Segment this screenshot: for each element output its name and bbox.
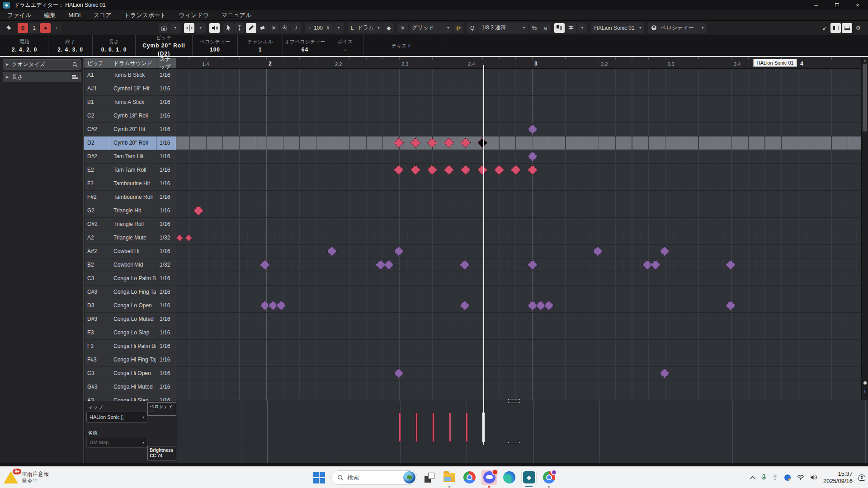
note-lane-B2[interactable] [176,258,868,272]
quantize-section-header[interactable]: ▶ クオンタイズ [3,59,81,70]
pitch-cell[interactable]: B2 [84,258,110,272]
velocity-lane-label[interactable]: ベロシティー [147,402,176,416]
pitch-cell[interactable]: A2 [84,231,110,245]
task-view-button[interactable] [422,470,437,485]
info-field-value[interactable]: 0. 0. 1. 0 [93,46,135,54]
drumsound-cell[interactable]: Cowbell Hi [110,245,156,258]
snap-cell[interactable]: 1/16 [156,272,176,286]
snap-cell[interactable]: 1/16 [156,150,176,164]
menu-item-MIDI[interactable]: MIDI [68,12,80,19]
app-tray-icon[interactable] [784,474,791,481]
wifi-tray-icon[interactable] [797,474,804,480]
pitch-cell[interactable]: G#3 [84,380,110,394]
info-field-value[interactable]: 64 [283,46,327,54]
snap-cell[interactable]: 1/16 [156,394,176,401]
pitch-cell[interactable]: C#3 [84,286,110,299]
drum-note[interactable] [260,260,270,270]
open-in-lower-zone-button[interactable]: ↙ [819,23,830,33]
drum-note[interactable] [660,246,670,257]
note-lane-A#2[interactable] [176,245,868,258]
pitch-cell[interactable]: F3 [84,340,110,353]
pitch-cell[interactable]: G#2 [84,218,110,231]
snap-cell[interactable]: 1/16 [156,367,176,380]
menu-item-マニュアル[interactable]: マニュアル [222,11,252,19]
note-lane-F3[interactable] [176,340,868,353]
snap-cell[interactable]: 1/16 [156,204,176,218]
velocity-bar[interactable] [466,413,468,442]
velocity-bar[interactable] [449,413,451,442]
snap-type-icon[interactable]: -|+ [453,23,463,33]
close-button[interactable]: × [847,0,868,10]
pitch-cell[interactable]: B1 [84,96,110,109]
chrome-button[interactable] [462,470,477,485]
pitch-cell[interactable]: D#2 [84,150,110,164]
vertical-scrollbar[interactable]: ▲ + [861,57,868,400]
record-in-editor-button[interactable]: ● [40,23,51,33]
note-lane-C2[interactable] [176,109,868,123]
length-section-header[interactable]: ▶ 長さ [3,72,81,82]
drum-note[interactable] [528,165,538,175]
zones-chevron[interactable]: ▾ [170,23,180,33]
snap-cell[interactable]: 1/32 [156,231,176,245]
drum-note[interactable] [494,165,505,175]
snap-cell[interactable]: 1/32 [156,258,176,272]
event-colors-button[interactable] [554,23,565,33]
note-lane-D2[interactable] [176,136,868,150]
drum-note[interactable] [726,300,736,311]
snap-cell[interactable]: 1/16 [156,380,176,394]
minimize-button[interactable]: – [806,0,826,10]
search-highlight-globe[interactable] [403,471,415,483]
note-expression-button[interactable]: ◆ [383,23,394,33]
pitch-cell[interactable]: F#2 [84,191,110,204]
pitch-cell[interactable]: C2 [84,109,110,123]
drum-note[interactable] [410,165,421,175]
drumsound-cell[interactable]: Tam Tam Hit [110,150,156,164]
drumsound-cell[interactable]: Conga Hi Palm Bass [110,340,156,353]
drum-map-select[interactable]: HALion Sonic [, ▾ [86,412,147,422]
pitch-cell[interactable]: G2 [84,204,110,218]
snap-cell[interactable]: 1/16 [156,299,176,313]
drum-note[interactable] [461,165,471,175]
ruler[interactable]: HALion Sonic 01 1.422.22.32.433.23.33.44 [176,57,868,69]
iterative-quantize-button[interactable]: % [529,23,539,33]
drumsound-cell[interactable]: Cymb 18" Roll [110,109,156,123]
snap-cell[interactable]: 1/16 [156,191,176,204]
draw-tool[interactable] [246,23,256,33]
scrollbar-thumb[interactable] [863,64,867,131]
pitch-cell[interactable]: A#1 [84,82,110,96]
drumsound-cell[interactable]: Triangle Hit [110,204,156,218]
audition-speaker-button[interactable] [209,23,220,33]
notification-bell-icon[interactable]: z [859,474,865,481]
pitch-cell[interactable]: A#2 [84,245,110,258]
drumsound-cell[interactable]: Cymb 20" Roll [110,136,156,150]
drumsound-cell[interactable]: Conga Lo Open [110,299,156,313]
zoom-in-button[interactable]: + [862,388,868,394]
velocity-bar[interactable] [415,413,418,442]
note-lane-D3[interactable] [176,299,868,313]
edited-part-button[interactable]: 1 [29,23,39,33]
drumsound-cell[interactable]: Conga Hi Open [110,367,156,380]
window-zones-button[interactable] [159,23,169,33]
drumsound-cell[interactable]: Triangle Mute [110,231,156,245]
name-select[interactable]: GM Map ▾ [86,437,147,448]
note-lane-G2[interactable] [176,204,868,218]
drum-note[interactable] [461,138,471,148]
drum-note[interactable] [384,260,394,270]
restore-button[interactable] [826,0,847,10]
drumsound-cell[interactable]: Tambourine Hit [110,177,156,191]
note-lane-A2[interactable] [176,231,868,245]
insert-velocity-chevron[interactable]: ▾ [334,23,344,33]
drumsound-cell[interactable]: Tam Tam Roll [110,164,156,177]
layout-bottom-button[interactable] [842,23,852,33]
insert-velocity-control[interactable]: ↓ 100 ⇅ [305,23,333,33]
snap-cell[interactable]: 1/16 [156,164,176,177]
pitch-cell[interactable]: E2 [84,164,110,177]
drum-note[interactable] [460,300,470,311]
acoustic-feedback-button[interactable]: ◐ [52,23,62,33]
menu-item-ウィンドウ[interactable]: ウィンドウ [179,11,209,19]
note-lane-F2[interactable] [176,177,868,191]
snap-cell[interactable]: 1/16 [156,109,176,123]
drum-note[interactable] [460,260,470,270]
column-header-pitch[interactable]: ピッチ [84,58,110,69]
info-field-value[interactable]: 100 [193,46,237,54]
